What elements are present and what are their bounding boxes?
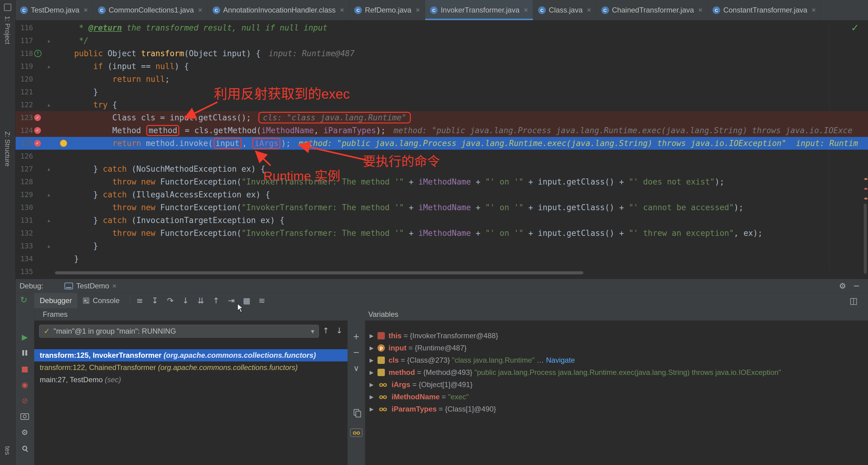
inspections-ok-icon[interactable]: ✓ [851, 22, 859, 34]
editor-tab[interactable]: CAnnotationInvocationHandler.class× [208, 0, 349, 20]
variable-row[interactable]: ▶this = {InvokerTransformer@488} [365, 330, 868, 342]
code-line-125[interactable]: 125✓ return method.invoke(input, iArgs);… [15, 137, 868, 150]
code-line-130[interactable]: 130 throw new FunctorException("InvokerT… [15, 201, 868, 214]
code-line-129[interactable]: 129▴ } catch (IllegalAccessException ex)… [15, 188, 868, 201]
override-marker-icon[interactable]: ↑ [34, 50, 41, 57]
fold-marker-icon[interactable]: ▴ [47, 102, 50, 108]
resume-button[interactable]: ▶ [21, 333, 29, 341]
expand-icon[interactable]: ▶ [370, 381, 377, 388]
code-line-121[interactable]: 121 } [15, 86, 868, 98]
force-step-into-icon[interactable]: ⇊ [196, 296, 205, 305]
variable-row[interactable]: ▶ooiMethodName = "exec" [365, 391, 868, 403]
tab-close-icon[interactable]: × [811, 6, 816, 14]
view-breakpoints-button[interactable]: ◉ [21, 380, 29, 389]
editor-tab[interactable]: CInvokerTransformer.java× [425, 0, 533, 20]
code-line-132[interactable]: 132 throw new FunctorException("InvokerT… [15, 227, 868, 240]
expand-icon[interactable]: ▶ [370, 369, 377, 375]
tab-debugger[interactable]: Debugger [34, 293, 77, 308]
stripe-favorites-label[interactable]: tes [3, 446, 11, 455]
restore-layout-icon[interactable]: ◫ [850, 296, 858, 306]
tab-close-icon[interactable]: × [587, 6, 591, 14]
tab-close-icon[interactable]: × [416, 6, 420, 14]
expand-icon[interactable]: ▶ [370, 357, 377, 363]
code-line-120[interactable]: 120 return null; [15, 73, 868, 86]
expand-icon[interactable]: ▶ [370, 394, 377, 400]
expand-icon[interactable]: ▶ [370, 406, 377, 412]
add-watch-button[interactable]: + [353, 332, 360, 341]
breakpoint-icon[interactable]: ✓ [34, 127, 41, 134]
variable-row[interactable]: ▶pinput = {Runtime@487} [365, 342, 868, 354]
error-stripe-mark[interactable] [864, 178, 867, 180]
code-line-116[interactable]: 116 * @return the transformed result, nu… [15, 21, 868, 34]
editor-tab[interactable]: CChainedTransformer.java× [596, 0, 708, 20]
editor-tab[interactable]: CTestDemo.java× [15, 0, 93, 20]
next-frame-button[interactable]: ↓ [336, 326, 343, 335]
step-over-icon[interactable]: ↷ [165, 296, 175, 305]
code-line-118[interactable]: 118↑ public Object transform(Object inpu… [15, 47, 868, 60]
editor-tab[interactable]: CCommonCollections1.java× [93, 0, 208, 20]
stripe-project-label[interactable]: 1: Project [3, 16, 11, 44]
step-out-icon[interactable]: ↑ [211, 296, 220, 305]
editor[interactable]: 116 * @return the transformed result, nu… [15, 20, 868, 279]
fold-marker-icon[interactable]: ▴ [47, 217, 50, 223]
run-to-cursor-icon[interactable]: ⇥ [227, 296, 236, 305]
code-line-117[interactable]: 117▴ */ [15, 34, 868, 47]
view-options-icon[interactable]: ≡ [135, 296, 144, 305]
code-line-133[interactable]: 133▴ } [15, 240, 868, 252]
pin-tab-button[interactable] [21, 444, 29, 453]
tab-close-icon[interactable]: × [340, 6, 344, 14]
mute-breakpoints-button[interactable]: ⊘ [21, 396, 29, 405]
navigate-link[interactable]: Navigate [546, 356, 575, 365]
remove-watch-button[interactable]: − [353, 348, 360, 356]
pause-button[interactable] [21, 349, 29, 357]
thread-selector[interactable]: ✓ "main"@1 in group "main": RUNNING ▾ [39, 325, 319, 338]
breakpoint-icon[interactable]: ✓ [34, 114, 41, 121]
show-execution-point-icon[interactable]: ↧ [150, 296, 159, 305]
fold-marker-icon[interactable]: ▴ [47, 38, 50, 44]
code-line-127[interactable]: 127▴ } catch (NoSuchMethodException ex) … [15, 162, 868, 175]
fold-marker-icon[interactable]: ▴ [47, 192, 50, 198]
variable-row[interactable]: ▶cls = {Class@273} "class java.lang.Runt… [365, 354, 868, 366]
frame-row[interactable]: main:27, TestDemo (sec) [34, 374, 347, 386]
expand-icon[interactable]: ▶ [370, 333, 377, 339]
editor-vscrollbar[interactable] [864, 204, 867, 274]
stream-trace-icon[interactable]: ≋ [257, 296, 266, 305]
variable-row[interactable]: ▶ooiParamTypes = {Class[1]@490} [365, 403, 868, 415]
editor-tab[interactable]: CClass.java× [533, 0, 596, 20]
code-line-126[interactable]: 126 [15, 150, 868, 162]
frame-row[interactable]: transform:125, InvokerTransformer (org.a… [34, 349, 347, 362]
editor-tab[interactable]: CRefDemo.java× [349, 0, 425, 20]
code-line-124[interactable]: 124✓ Method method = cls.getMethod(iMeth… [15, 124, 868, 137]
error-stripe-mark[interactable] [864, 198, 867, 199]
step-into-icon[interactable]: ↓ [181, 296, 190, 305]
session-tab-close-icon[interactable]: × [112, 282, 116, 290]
copy-value-button[interactable] [354, 409, 359, 415]
thread-dump-button[interactable] [21, 412, 29, 421]
code-line-123[interactable]: 123✓ Class cls = input.getClass();cls: "… [15, 111, 868, 124]
expand-icon[interactable]: ▶ [370, 345, 377, 351]
editor-hscrollbar[interactable] [55, 271, 583, 274]
frame-row[interactable]: transform:122, ChainedTransformer (org.a… [34, 362, 347, 374]
code-line-128[interactable]: 128 throw new FunctorException("InvokerT… [15, 175, 868, 188]
breakpoint-icon[interactable]: ✓ [34, 140, 41, 147]
code-line-119[interactable]: 119▴ if (input == null) { [15, 60, 868, 73]
stripe-structure-label[interactable]: Z: Structure [3, 131, 11, 166]
tab-close-icon[interactable]: × [698, 6, 703, 14]
debug-panel-settings-icon[interactable]: ⚙ [839, 281, 846, 290]
code-line-134[interactable]: 134 } [15, 252, 868, 265]
code-line-131[interactable]: 131▴ } catch (InvocationTargetException … [15, 214, 868, 227]
rerun-button[interactable]: ↻ [20, 295, 27, 305]
debug-settings-button[interactable]: ⚙ [21, 428, 29, 437]
code-line-122[interactable]: 122▴ try { [15, 98, 868, 111]
fold-marker-icon[interactable]: ▴ [47, 166, 50, 172]
tab-close-icon[interactable]: × [524, 6, 528, 14]
tab-console[interactable]: >_ Console [77, 293, 125, 308]
editor-tab[interactable]: CConstantTransformer.java× [708, 0, 821, 20]
hide-panel-icon[interactable]: ─ [854, 281, 859, 290]
error-stripe-mark[interactable] [864, 188, 867, 190]
variable-row[interactable]: ▶ooiArgs = {Object[1]@491} [365, 378, 868, 391]
show-watches-button[interactable]: oo [350, 428, 362, 437]
expand-watches-icon[interactable]: ∨ [353, 364, 359, 372]
tool-window-icon[interactable] [4, 4, 11, 11]
tab-close-icon[interactable]: × [84, 6, 88, 14]
